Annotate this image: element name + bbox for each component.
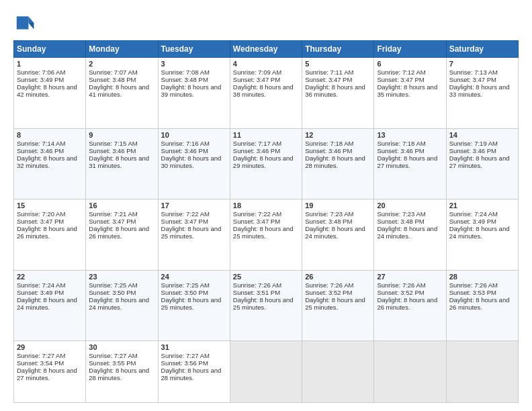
sunrise-text: Sunrise: 7:22 AM (161, 210, 227, 218)
sunset-text: Sunset: 3:47 PM (377, 76, 443, 83)
sunset-text: Sunset: 3:48 PM (305, 218, 371, 225)
sunrise-text: Sunrise: 7:21 AM (89, 210, 154, 218)
calendar-row-0: 1Sunrise: 7:06 AMSunset: 3:49 PMDaylight… (14, 58, 519, 129)
day-number: 8 (17, 131, 83, 139)
calendar-cell: 15Sunrise: 7:20 AMSunset: 3:47 PMDayligh… (14, 199, 86, 271)
calendar-row-1: 8Sunrise: 7:14 AMSunset: 3:46 PMDaylight… (14, 128, 519, 199)
daylight-text: Daylight: 8 hours and 27 minutes. (377, 154, 443, 169)
calendar-header-tuesday: Tuesday (158, 41, 230, 58)
sunrise-text: Sunrise: 7:17 AM (233, 140, 299, 147)
sunset-text: Sunset: 3:46 PM (17, 147, 83, 154)
daylight-text: Daylight: 8 hours and 26 minutes. (377, 296, 443, 311)
sunrise-text: Sunrise: 7:11 AM (305, 68, 371, 76)
daylight-text: Daylight: 8 hours and 25 minutes. (233, 296, 299, 311)
sunset-text: Sunset: 3:46 PM (449, 147, 515, 154)
day-number: 4 (233, 60, 299, 68)
calendar-cell (446, 341, 518, 403)
sunset-text: Sunset: 3:46 PM (377, 147, 443, 154)
calendar-body: 1Sunrise: 7:06 AMSunset: 3:49 PMDaylight… (14, 58, 519, 403)
day-number: 12 (305, 131, 371, 139)
daylight-text: Daylight: 8 hours and 27 minutes. (449, 154, 515, 169)
svg-marker-1 (28, 23, 34, 30)
daylight-text: Daylight: 8 hours and 25 minutes. (161, 296, 227, 311)
sunrise-text: Sunrise: 7:23 AM (305, 210, 371, 218)
day-number: 29 (17, 343, 83, 351)
sunrise-text: Sunrise: 7:26 AM (233, 281, 299, 289)
calendar-cell: 2Sunrise: 7:07 AMSunset: 3:48 PMDaylight… (86, 58, 158, 129)
calendar-cell: 27Sunrise: 7:26 AMSunset: 3:52 PMDayligh… (374, 270, 446, 341)
day-number: 1 (17, 60, 83, 68)
day-number: 28 (449, 273, 515, 281)
calendar-cell: 18Sunrise: 7:22 AMSunset: 3:47 PMDayligh… (230, 199, 302, 271)
calendar-cell: 21Sunrise: 7:24 AMSunset: 3:49 PMDayligh… (446, 199, 518, 271)
sunset-text: Sunset: 3:46 PM (89, 147, 154, 154)
calendar-cell: 22Sunrise: 7:24 AMSunset: 3:49 PMDayligh… (14, 270, 86, 341)
calendar-row-3: 22Sunrise: 7:24 AMSunset: 3:49 PMDayligh… (14, 270, 519, 341)
sunrise-text: Sunrise: 7:26 AM (305, 281, 371, 289)
calendar-cell (302, 341, 374, 403)
sunset-text: Sunset: 3:48 PM (161, 76, 227, 83)
sunrise-text: Sunrise: 7:09 AM (233, 68, 299, 76)
sunrise-text: Sunrise: 7:15 AM (89, 140, 154, 147)
daylight-text: Daylight: 8 hours and 25 minutes. (233, 225, 299, 240)
day-number: 7 (449, 60, 515, 68)
sunrise-text: Sunrise: 7:06 AM (17, 68, 83, 76)
sunset-text: Sunset: 3:54 PM (17, 359, 83, 367)
sunrise-text: Sunrise: 7:27 AM (89, 352, 154, 359)
calendar-cell (230, 341, 302, 403)
calendar-cell: 28Sunrise: 7:26 AMSunset: 3:53 PMDayligh… (446, 270, 518, 341)
sunrise-text: Sunrise: 7:25 AM (161, 281, 227, 289)
sunrise-text: Sunrise: 7:19 AM (449, 140, 515, 147)
daylight-text: Daylight: 8 hours and 24 minutes. (305, 225, 371, 240)
calendar-cell: 31Sunrise: 7:27 AMSunset: 3:56 PMDayligh… (158, 341, 230, 403)
sunrise-text: Sunrise: 7:24 AM (17, 281, 83, 289)
day-number: 10 (161, 131, 227, 139)
daylight-text: Daylight: 8 hours and 24 minutes. (377, 225, 443, 240)
calendar-cell: 3Sunrise: 7:08 AMSunset: 3:48 PMDaylight… (158, 58, 230, 129)
daylight-text: Daylight: 8 hours and 28 minutes. (161, 367, 227, 381)
daylight-text: Daylight: 8 hours and 27 minutes. (17, 367, 83, 381)
sunrise-text: Sunrise: 7:27 AM (161, 352, 227, 359)
page: SundayMondayTuesdayWednesdayThursdayFrid… (0, 0, 532, 411)
sunset-text: Sunset: 3:53 PM (449, 289, 515, 296)
day-number: 27 (377, 273, 443, 281)
sunset-text: Sunset: 3:50 PM (161, 289, 227, 296)
daylight-text: Daylight: 8 hours and 24 minutes. (449, 225, 515, 240)
calendar-header-sunday: Sunday (14, 41, 86, 58)
daylight-text: Daylight: 8 hours and 31 minutes. (89, 154, 154, 169)
daylight-text: Daylight: 8 hours and 30 minutes. (161, 154, 227, 169)
daylight-text: Daylight: 8 hours and 24 minutes. (17, 296, 83, 311)
sunset-text: Sunset: 3:49 PM (17, 289, 83, 296)
day-number: 31 (161, 343, 227, 351)
daylight-text: Daylight: 8 hours and 39 minutes. (161, 83, 227, 98)
calendar-cell: 1Sunrise: 7:06 AMSunset: 3:49 PMDaylight… (14, 58, 86, 129)
calendar-cell: 8Sunrise: 7:14 AMSunset: 3:46 PMDaylight… (14, 128, 86, 199)
calendar-cell: 5Sunrise: 7:11 AMSunset: 3:47 PMDaylight… (302, 58, 374, 129)
sunrise-text: Sunrise: 7:18 AM (305, 140, 371, 147)
calendar-cell: 23Sunrise: 7:25 AMSunset: 3:50 PMDayligh… (86, 270, 158, 341)
calendar-cell: 9Sunrise: 7:15 AMSunset: 3:46 PMDaylight… (86, 128, 158, 199)
sunset-text: Sunset: 3:49 PM (449, 218, 515, 225)
daylight-text: Daylight: 8 hours and 25 minutes. (305, 296, 371, 311)
day-number: 16 (89, 201, 154, 210)
sunset-text: Sunset: 3:46 PM (161, 147, 227, 154)
calendar-cell: 12Sunrise: 7:18 AMSunset: 3:46 PMDayligh… (302, 128, 374, 199)
daylight-text: Daylight: 8 hours and 32 minutes. (17, 154, 83, 169)
day-number: 3 (161, 60, 227, 68)
day-number: 17 (161, 201, 227, 210)
day-number: 18 (233, 201, 299, 210)
calendar-header-thursday: Thursday (302, 41, 374, 58)
calendar-table: SundayMondayTuesdayWednesdayThursdayFrid… (13, 40, 519, 403)
sunset-text: Sunset: 3:46 PM (233, 147, 299, 154)
calendar-cell: 6Sunrise: 7:12 AMSunset: 3:47 PMDaylight… (374, 58, 446, 129)
daylight-text: Daylight: 8 hours and 42 minutes. (17, 83, 83, 98)
sunset-text: Sunset: 3:47 PM (233, 218, 299, 225)
calendar-header-saturday: Saturday (446, 41, 518, 58)
day-number: 15 (17, 201, 83, 210)
day-number: 9 (89, 131, 154, 139)
sunset-text: Sunset: 3:56 PM (161, 359, 227, 367)
day-number: 24 (161, 273, 227, 281)
calendar-header-row: SundayMondayTuesdayWednesdayThursdayFrid… (14, 41, 519, 58)
calendar-cell (374, 341, 446, 403)
calendar-header-monday: Monday (86, 41, 158, 58)
